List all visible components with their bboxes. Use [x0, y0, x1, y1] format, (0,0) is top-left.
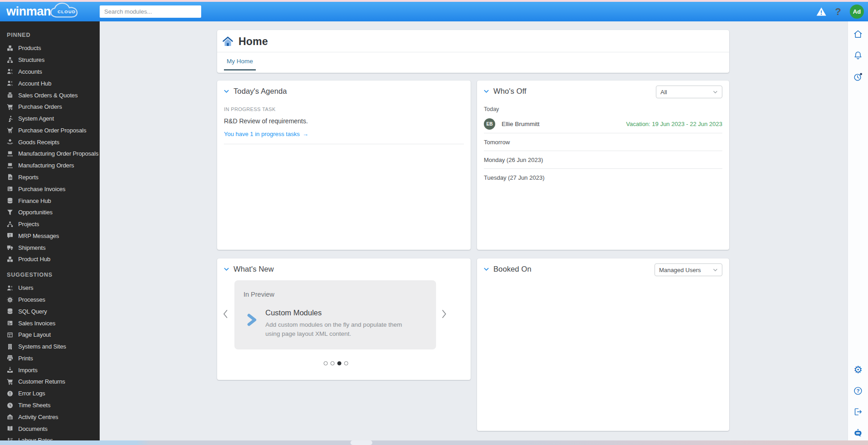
vacation-status: Vacation: 19 Jun 2023 - 22 Jun 2023 [626, 121, 722, 127]
chatbot-icon[interactable] [853, 428, 863, 438]
whos-off-group-label: Monday (26 Jun 2023) [484, 152, 722, 167]
user-avatar[interactable]: Ad [850, 5, 864, 19]
sidebar-item-finance-hub[interactable]: Finance Hub [0, 195, 100, 207]
runner-icon [7, 116, 13, 122]
help-icon[interactable]: ? [853, 386, 863, 396]
sidebar-item-customer-returns[interactable]: Customer Returns [0, 376, 100, 388]
slide-heading: Custom Modules [265, 308, 416, 317]
sidebar-item-documents[interactable]: Documents [0, 423, 100, 435]
sidebar-item-products[interactable]: Products [0, 42, 100, 54]
sidebar-item-goods-receipts[interactable]: Goods Receipts [0, 136, 100, 148]
sidebar-item-purchase-invoices[interactable]: Purchase Invoices [0, 183, 100, 195]
sign-out-icon[interactable] [853, 407, 863, 417]
sidebar-item-sales-orders-and-quotes[interactable]: Sales Orders & Quotes [0, 89, 100, 101]
sidebar-item-systems-and-sites[interactable]: Systems and Sites [0, 341, 100, 353]
sidebar-item-projects[interactable]: Projects [0, 218, 100, 230]
sidebar-item-reports[interactable]: Reports [0, 172, 100, 183]
slide-eyebrow: In Preview [244, 291, 427, 298]
gear-icon [7, 297, 13, 303]
people-icon [7, 80, 13, 86]
svg-text:?: ? [857, 388, 860, 394]
sidebar-item-system-agent[interactable]: System Agent [0, 113, 100, 125]
carousel-dot[interactable] [344, 361, 348, 365]
booked-on-filter-select[interactable]: Managed Users [655, 263, 722, 276]
sidebar-item-purchase-orders[interactable]: Purchase Orders [0, 101, 100, 113]
search-input[interactable] [100, 5, 201, 18]
sidebar-section-title: PINNED [7, 32, 100, 38]
topbar: winman CLOUD ? Ad [0, 2, 868, 21]
chat-alert-icon [7, 233, 13, 239]
sidebar-item-opportunities[interactable]: Opportunities [0, 207, 100, 218]
report-icon [7, 174, 13, 180]
right-toolbar: ⚙? [848, 21, 868, 440]
collapse-chevron-icon[interactable] [224, 268, 229, 271]
building-icon [7, 344, 13, 350]
divider [484, 168, 722, 169]
sidebar-item-sales-invoices[interactable]: Sales Invoices [0, 317, 100, 329]
sidebar-item-activity-centres[interactable]: Activity Centres [0, 411, 100, 423]
home-icon[interactable] [853, 29, 863, 39]
notifications-icon[interactable] [853, 51, 863, 61]
todays-agenda-card: Today's Agenda IN PROGRESS TASK R&D Revi… [217, 81, 471, 250]
sidebar-item-labour-rates[interactable]: Labour Rates [0, 435, 100, 440]
sidebar-item-imports[interactable]: Imports [0, 364, 100, 376]
tab-my-home[interactable]: My Home [224, 52, 256, 71]
divider [484, 151, 722, 151]
slide-body: Add custom modules on the fly and popula… [265, 320, 416, 338]
sidebar-section-title: SUGGESTIONS [7, 272, 100, 278]
sidebar-item-users[interactable]: Users [0, 282, 100, 294]
rates-icon [7, 437, 13, 440]
boxes-icon [7, 256, 13, 263]
warning-icon[interactable] [816, 7, 827, 16]
time-entries-icon[interactable] [853, 72, 863, 82]
carousel-dot[interactable] [337, 361, 341, 365]
whos-off-group-label: Tuesday (27 Jun 2023) [484, 170, 722, 185]
carousel-next-button[interactable] [442, 309, 447, 319]
carousel-prev-button[interactable] [223, 309, 228, 319]
winman-logo[interactable]: winman CLOUD [6, 2, 83, 21]
sidebar-item-account-hub[interactable]: Account Hub [0, 77, 100, 89]
whos-off-group-label: Today [484, 106, 722, 112]
hierarchy-icon [7, 57, 13, 63]
sidebar-item-page-layout[interactable]: Page Layout [0, 329, 100, 341]
boxes-icon [7, 45, 13, 51]
sidebar-item-mrp-messages[interactable]: MRP Messages [0, 230, 100, 242]
settings-icon[interactable]: ⚙ [853, 365, 863, 375]
sidebar-item-prints[interactable]: Prints [0, 353, 100, 364]
sidebar-item-purchase-order-proposals[interactable]: Purchase Order Proposals [0, 124, 100, 136]
sidebar-item-product-hub[interactable]: Product Hub [0, 253, 100, 265]
divider [224, 144, 464, 144]
sidebar-item-shipments[interactable]: Shipments [0, 242, 100, 253]
sidebar-section-suggestions: SUGGESTIONSUsersProcessesSQL QuerySales … [0, 272, 100, 440]
sidebar-item-structures[interactable]: Structures [0, 54, 100, 66]
sidebar-item-sql-query[interactable]: SQL Query [0, 305, 100, 317]
sidebar-item-manufacturing-order-proposals[interactable]: Manufacturing Order Proposals [0, 148, 100, 160]
logo-text: winman [6, 5, 51, 19]
scrollbar-thumb[interactable] [350, 440, 372, 445]
sidebar-item-accounts[interactable]: Accounts [0, 66, 100, 78]
invoice-icon [7, 320, 13, 326]
whos-off-filter-select[interactable]: All [656, 86, 722, 98]
cart-plus-icon [7, 127, 13, 133]
sidebar-item-manufacturing-orders[interactable]: Manufacturing Orders [0, 160, 100, 172]
chevron-down-icon [713, 268, 718, 272]
carousel-dot[interactable] [330, 361, 335, 365]
collapse-chevron-icon[interactable] [484, 90, 489, 93]
cart-icon [7, 379, 13, 385]
task-status-label: IN PROGRESS TASK [224, 106, 464, 112]
card-title: Who's Off [493, 87, 527, 96]
sidebar-item-time-sheets[interactable]: Time Sheets [0, 399, 100, 411]
conveyor-icon [7, 162, 13, 169]
chevron-down-icon [713, 91, 718, 94]
divider [484, 133, 722, 133]
whats-new-slide: In Preview Custom Modules Add custom mod… [234, 280, 436, 349]
sidebar-item-processes[interactable]: Processes [0, 294, 100, 306]
horizontal-scrollbar[interactable] [0, 440, 868, 445]
in-progress-tasks-link[interactable]: You have 1 in progress tasks→ [224, 131, 464, 137]
app-root: winman CLOUD ? Ad PINNEDProductsStructur… [0, 0, 868, 445]
collapse-chevron-icon[interactable] [224, 90, 229, 93]
help-icon[interactable]: ? [835, 6, 841, 18]
carousel-dot[interactable] [324, 361, 328, 365]
collapse-chevron-icon[interactable] [484, 268, 489, 271]
sidebar-item-error-logs[interactable]: Error Logs [0, 388, 100, 399]
